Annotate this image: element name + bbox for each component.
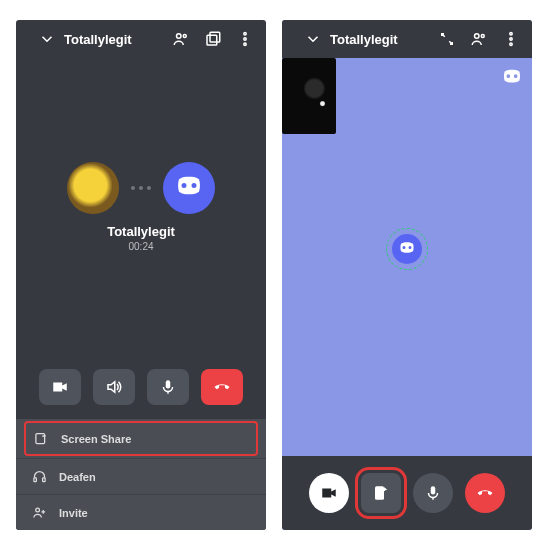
header-title: Totallylegit [330, 32, 398, 47]
svg-rect-3 [210, 32, 220, 42]
header-title: Totallylegit [64, 32, 132, 47]
call-header-left: Totallylegit [16, 20, 266, 58]
sheet-item-screen-share[interactable]: Screen Share [24, 421, 258, 456]
avatar-remote[interactable] [67, 162, 119, 214]
self-preview-thumbnail[interactable] [282, 58, 336, 134]
screen-share-button[interactable] [361, 473, 401, 513]
mic-button[interactable] [147, 369, 189, 405]
svg-rect-10 [43, 478, 46, 482]
collapse-icon[interactable] [36, 28, 58, 50]
phone-right: Totallylegit [282, 20, 532, 530]
collapse-icon[interactable] [302, 28, 324, 50]
svg-point-1 [183, 35, 186, 38]
svg-point-11 [36, 508, 40, 512]
svg-point-4 [244, 33, 246, 35]
svg-point-6 [244, 43, 246, 45]
avatar-self[interactable] [163, 162, 215, 214]
swap-camera-icon[interactable] [436, 28, 458, 50]
svg-point-12 [475, 34, 480, 39]
svg-rect-7 [166, 380, 171, 388]
invite-icon [32, 505, 47, 520]
call-body: Totallylegit 00:24 [16, 58, 266, 355]
svg-point-16 [510, 43, 512, 45]
more-icon[interactable] [500, 28, 522, 50]
svg-point-5 [244, 38, 246, 40]
svg-rect-18 [431, 486, 436, 494]
screen-share-viewport[interactable] [282, 58, 532, 456]
svg-rect-17 [375, 486, 384, 500]
action-sheet: Screen Share Deafen Invite [16, 419, 266, 530]
svg-rect-8 [36, 434, 45, 444]
svg-point-13 [481, 35, 484, 38]
call-controls [16, 355, 266, 419]
headphones-icon [32, 469, 47, 484]
svg-point-15 [510, 38, 512, 40]
speaking-avatar[interactable] [392, 234, 422, 264]
participant-name: Totallylegit [107, 224, 175, 239]
sheet-item-invite[interactable]: Invite [16, 495, 266, 530]
members-icon[interactable] [468, 28, 490, 50]
call-header-right: Totallylegit [282, 20, 532, 58]
hangup-button[interactable] [465, 473, 505, 513]
more-icon[interactable] [234, 28, 256, 50]
sheet-item-label: Screen Share [61, 433, 131, 445]
video-button[interactable] [39, 369, 81, 405]
connection-indicator [131, 186, 151, 190]
hangup-button[interactable] [201, 369, 243, 405]
sheet-item-label: Invite [59, 507, 88, 519]
call-timer: 00:24 [128, 241, 153, 252]
members-icon[interactable] [170, 28, 192, 50]
speaker-button[interactable] [93, 369, 135, 405]
discord-logo-icon [500, 66, 524, 90]
svg-point-14 [510, 33, 512, 35]
svg-rect-2 [207, 35, 217, 45]
sheet-item-deafen[interactable]: Deafen [16, 459, 266, 494]
video-button[interactable] [309, 473, 349, 513]
avatar-row [67, 162, 215, 214]
comparison-stage: Totallylegit Totallylegit 00:24 [0, 0, 560, 550]
svg-point-0 [177, 34, 182, 39]
mic-button[interactable] [413, 473, 453, 513]
phone-left: Totallylegit Totallylegit 00:24 [16, 20, 266, 530]
svg-rect-9 [34, 478, 37, 482]
screen-share-icon [34, 431, 49, 446]
pop-out-icon[interactable] [202, 28, 224, 50]
call-controls-right [282, 456, 532, 530]
sheet-item-label: Deafen [59, 471, 96, 483]
